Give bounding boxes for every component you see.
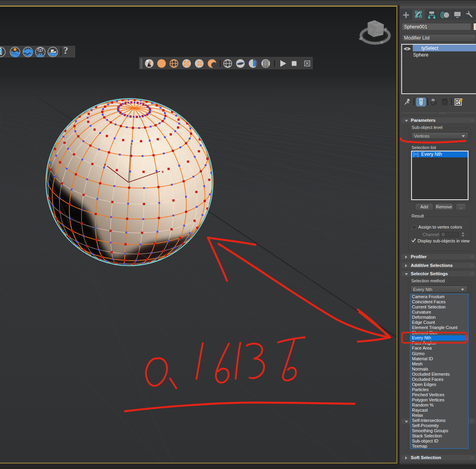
svg-text:y: y [104, 163, 106, 166]
svg-text:z: z [130, 142, 132, 146]
svg-text:x: x [162, 170, 164, 174]
